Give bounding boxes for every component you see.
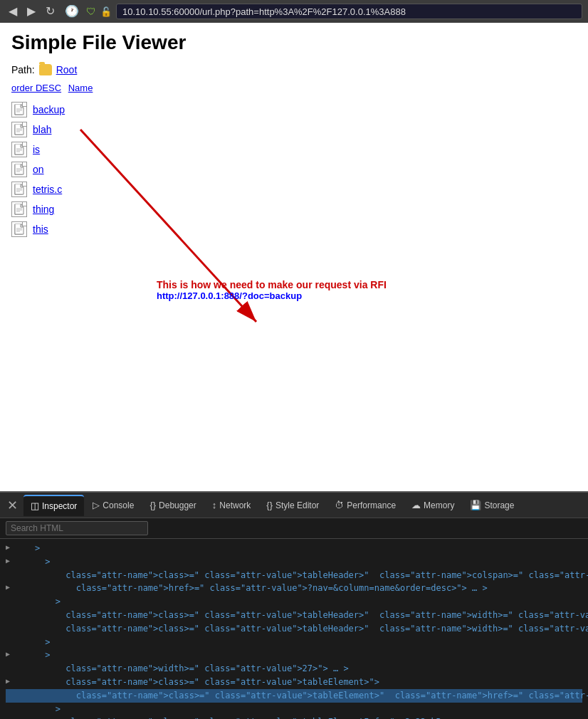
list-item: backup bbox=[11, 102, 577, 117]
list-item: on bbox=[11, 162, 577, 177]
file-link[interactable]: thing bbox=[33, 204, 54, 215]
sort-name-link[interactable]: Name bbox=[68, 83, 93, 93]
folder-icon bbox=[39, 64, 52, 75]
refresh-button[interactable]: ↻ bbox=[43, 4, 58, 19]
security-icon: 🔓 bbox=[100, 6, 112, 17]
path-row: Path: Root bbox=[11, 64, 577, 75]
back-button[interactable]: ◀ bbox=[6, 4, 20, 19]
file-link[interactable]: backup bbox=[33, 104, 65, 115]
file-link[interactable]: on bbox=[33, 164, 44, 175]
list-item: is bbox=[11, 142, 577, 157]
root-link[interactable]: Root bbox=[56, 64, 78, 75]
address-bar[interactable] bbox=[116, 4, 582, 19]
history-button[interactable]: 🕐 bbox=[62, 4, 82, 19]
file-icon bbox=[11, 182, 27, 197]
file-icon bbox=[11, 221, 27, 237]
file-icon bbox=[11, 142, 27, 157]
sort-links: order DESC Name bbox=[11, 83, 577, 93]
file-icon bbox=[11, 102, 27, 117]
forward-button[interactable]: ▶ bbox=[24, 4, 38, 19]
shield-icon: 🛡 bbox=[86, 6, 96, 17]
path-label: Path: bbox=[11, 64, 35, 75]
file-icon bbox=[11, 122, 27, 137]
list-item: this bbox=[11, 221, 577, 237]
sort-order-link[interactable]: order DESC bbox=[11, 83, 61, 93]
file-icon bbox=[11, 162, 27, 177]
file-link[interactable]: this bbox=[33, 224, 48, 235]
file-icon bbox=[11, 201, 27, 217]
browser-chrome: ◀ ▶ ↻ 🕐 🛡 🔓 bbox=[0, 0, 588, 23]
file-link[interactable]: tetris.c bbox=[33, 184, 62, 195]
list-item: thing bbox=[11, 201, 577, 217]
page-content: Simple File Viewer Path: Root order DESC… bbox=[0, 23, 588, 360]
page-title: Simple File Viewer bbox=[11, 31, 577, 54]
file-list: backup blah is bbox=[11, 102, 577, 237]
list-item: tetris.c bbox=[11, 182, 577, 197]
file-link[interactable]: is bbox=[33, 144, 40, 155]
list-item: blah bbox=[11, 122, 577, 137]
file-link[interactable]: blah bbox=[33, 124, 51, 135]
